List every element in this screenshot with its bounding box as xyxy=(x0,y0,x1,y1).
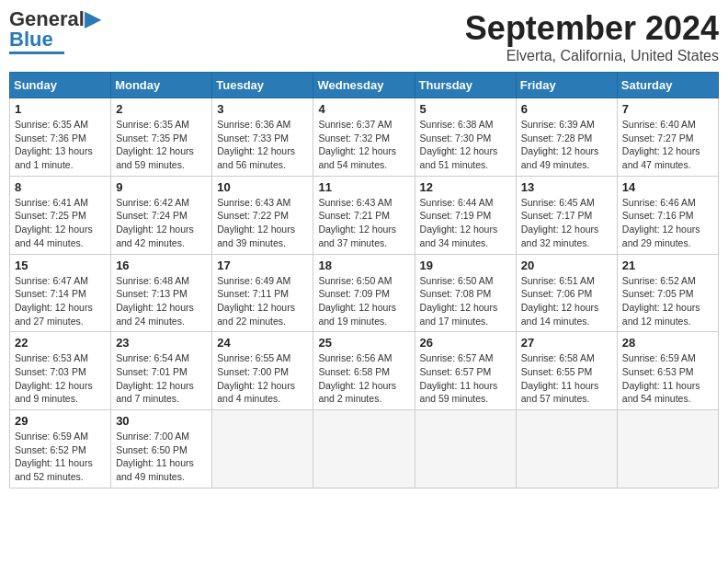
logo-line xyxy=(9,52,64,54)
day-number: 3 xyxy=(217,102,308,116)
sunrise-label: Sunrise: 6:37 AM xyxy=(318,119,392,130)
sunrise-label: Sunrise: 6:44 AM xyxy=(420,197,494,208)
daylight-label: Daylight: 12 hours and 2 minutes. xyxy=(318,380,396,405)
daylight-label: Daylight: 11 hours and 52 minutes. xyxy=(15,457,93,482)
daylight-label: Daylight: 12 hours and 42 minutes. xyxy=(116,224,194,248)
header-friday: Friday xyxy=(516,73,617,98)
daylight-label: Daylight: 12 hours and 4 minutes. xyxy=(217,380,295,405)
sunrise-label: Sunrise: 7:00 AM xyxy=(116,431,189,442)
calendar-row: 29Sunrise: 6:59 AMSunset: 6:52 PMDayligh… xyxy=(10,410,719,488)
daylight-label: Daylight: 11 hours and 57 minutes. xyxy=(521,380,599,405)
calendar-cell xyxy=(212,410,313,488)
day-number: 9 xyxy=(116,180,207,194)
calendar-row: 8Sunrise: 6:41 AMSunset: 7:25 PMDaylight… xyxy=(10,176,719,254)
title-block: September 2024 Elverta, California, Unit… xyxy=(465,9,719,64)
daylight-label: Daylight: 12 hours and 17 minutes. xyxy=(420,302,498,327)
day-number: 17 xyxy=(217,259,308,272)
sunset-label: Sunset: 7:21 PM xyxy=(318,210,390,221)
calendar-cell: 25Sunrise: 6:56 AMSunset: 6:58 PMDayligh… xyxy=(313,332,415,410)
sunset-label: Sunset: 6:53 PM xyxy=(622,366,694,377)
calendar-cell: 6Sunrise: 6:39 AMSunset: 7:28 PMDaylight… xyxy=(516,98,617,177)
calendar-cell: 20Sunrise: 6:51 AMSunset: 7:06 PMDayligh… xyxy=(516,254,617,332)
day-info: Sunrise: 6:56 AMSunset: 6:58 PMDaylight:… xyxy=(318,351,409,406)
header-wednesday: Wednesday xyxy=(313,73,415,98)
day-info: Sunrise: 7:00 AMSunset: 6:50 PMDaylight:… xyxy=(116,430,207,484)
sunrise-label: Sunrise: 6:58 AM xyxy=(521,352,595,363)
sunset-label: Sunset: 7:24 PM xyxy=(116,210,188,221)
day-number: 13 xyxy=(521,180,612,194)
sunrise-label: Sunrise: 6:56 AM xyxy=(318,352,392,363)
header-sunday: Sunday xyxy=(10,73,111,98)
calendar-cell: 5Sunrise: 6:38 AMSunset: 7:30 PMDaylight… xyxy=(415,98,516,177)
calendar-cell: 16Sunrise: 6:48 AMSunset: 7:13 PMDayligh… xyxy=(111,254,212,332)
day-info: Sunrise: 6:39 AMSunset: 7:28 PMDaylight:… xyxy=(521,118,612,172)
daylight-label: Daylight: 12 hours and 44 minutes. xyxy=(15,224,93,248)
sunset-label: Sunset: 6:50 PM xyxy=(116,444,188,455)
day-info: Sunrise: 6:54 AMSunset: 7:01 PMDaylight:… xyxy=(116,351,207,406)
sunset-label: Sunset: 7:06 PM xyxy=(521,288,593,299)
calendar-cell: 9Sunrise: 6:42 AMSunset: 7:24 PMDaylight… xyxy=(111,176,212,254)
day-number: 12 xyxy=(420,180,511,194)
day-info: Sunrise: 6:50 AMSunset: 7:09 PMDaylight:… xyxy=(318,274,409,328)
sunrise-label: Sunrise: 6:40 AM xyxy=(622,119,696,130)
logo-blue: ▶ xyxy=(85,7,100,30)
sunset-label: Sunset: 7:13 PM xyxy=(116,288,188,299)
daylight-label: Daylight: 12 hours and 47 minutes. xyxy=(622,145,700,170)
day-info: Sunrise: 6:45 AMSunset: 7:17 PMDaylight:… xyxy=(521,196,612,250)
day-number: 6 xyxy=(521,102,612,116)
day-info: Sunrise: 6:51 AMSunset: 7:06 PMDaylight:… xyxy=(521,274,612,328)
day-info: Sunrise: 6:35 AMSunset: 7:35 PMDaylight:… xyxy=(116,118,207,172)
sunset-label: Sunset: 7:30 PM xyxy=(420,132,492,144)
calendar-row: 22Sunrise: 6:53 AMSunset: 7:03 PMDayligh… xyxy=(10,332,719,410)
day-number: 4 xyxy=(318,102,409,116)
daylight-label: Daylight: 11 hours and 59 minutes. xyxy=(420,380,498,405)
sunrise-label: Sunrise: 6:46 AM xyxy=(622,197,696,208)
sunset-label: Sunset: 7:32 PM xyxy=(318,132,390,144)
calendar-cell xyxy=(617,410,718,488)
calendar-cell: 10Sunrise: 6:43 AMSunset: 7:22 PMDayligh… xyxy=(212,176,313,254)
day-number: 2 xyxy=(116,102,207,116)
day-number: 22 xyxy=(15,336,106,350)
sunrise-label: Sunrise: 6:43 AM xyxy=(318,197,392,208)
sunrise-label: Sunrise: 6:52 AM xyxy=(622,275,696,286)
daylight-label: Daylight: 12 hours and 29 minutes. xyxy=(622,224,700,248)
day-number: 21 xyxy=(622,259,713,272)
calendar-cell: 4Sunrise: 6:37 AMSunset: 7:32 PMDaylight… xyxy=(313,98,415,177)
calendar-cell: 26Sunrise: 6:57 AMSunset: 6:57 PMDayligh… xyxy=(415,332,516,410)
calendar-cell: 28Sunrise: 6:59 AMSunset: 6:53 PMDayligh… xyxy=(617,332,718,410)
day-info: Sunrise: 6:44 AMSunset: 7:19 PMDaylight:… xyxy=(420,196,511,250)
sunrise-label: Sunrise: 6:47 AM xyxy=(15,275,88,286)
day-info: Sunrise: 6:42 AMSunset: 7:24 PMDaylight:… xyxy=(116,196,207,250)
sunrise-label: Sunrise: 6:45 AM xyxy=(521,197,595,208)
calendar-cell: 14Sunrise: 6:46 AMSunset: 7:16 PMDayligh… xyxy=(617,176,718,254)
day-number: 25 xyxy=(318,336,409,350)
day-number: 7 xyxy=(622,102,713,116)
sunrise-label: Sunrise: 6:36 AM xyxy=(217,119,290,130)
day-number: 26 xyxy=(420,336,511,350)
calendar-cell: 21Sunrise: 6:52 AMSunset: 7:05 PMDayligh… xyxy=(617,254,718,332)
sunrise-label: Sunrise: 6:54 AM xyxy=(116,352,189,363)
day-number: 10 xyxy=(217,180,308,194)
sunset-label: Sunset: 7:09 PM xyxy=(318,288,390,299)
header-saturday: Saturday xyxy=(617,73,718,98)
sunset-label: Sunset: 6:57 PM xyxy=(420,366,492,377)
daylight-label: Daylight: 12 hours and 22 minutes. xyxy=(217,302,295,327)
sunrise-label: Sunrise: 6:42 AM xyxy=(116,197,189,208)
day-info: Sunrise: 6:46 AMSunset: 7:16 PMDaylight:… xyxy=(622,196,713,250)
sunrise-label: Sunrise: 6:50 AM xyxy=(318,275,392,286)
day-info: Sunrise: 6:50 AMSunset: 7:08 PMDaylight:… xyxy=(420,274,511,328)
day-info: Sunrise: 6:36 AMSunset: 7:33 PMDaylight:… xyxy=(217,118,308,172)
day-info: Sunrise: 6:37 AMSunset: 7:32 PMDaylight:… xyxy=(318,118,409,172)
day-number: 28 xyxy=(622,336,713,350)
day-info: Sunrise: 6:38 AMSunset: 7:30 PMDaylight:… xyxy=(420,118,511,172)
header: General▶Blue September 2024 Elverta, Cal… xyxy=(9,9,719,64)
logo-text: General▶Blue xyxy=(9,9,100,50)
day-info: Sunrise: 6:53 AMSunset: 7:03 PMDaylight:… xyxy=(15,351,106,406)
sunrise-label: Sunrise: 6:48 AM xyxy=(116,275,189,286)
location-subtitle: Elverta, California, United States xyxy=(465,48,719,64)
daylight-label: Daylight: 12 hours and 12 minutes. xyxy=(622,302,700,327)
daylight-label: Daylight: 11 hours and 49 minutes. xyxy=(116,457,194,482)
day-info: Sunrise: 6:48 AMSunset: 7:13 PMDaylight:… xyxy=(116,274,207,328)
day-info: Sunrise: 6:58 AMSunset: 6:55 PMDaylight:… xyxy=(521,351,612,406)
day-info: Sunrise: 6:40 AMSunset: 7:27 PMDaylight:… xyxy=(622,118,713,172)
